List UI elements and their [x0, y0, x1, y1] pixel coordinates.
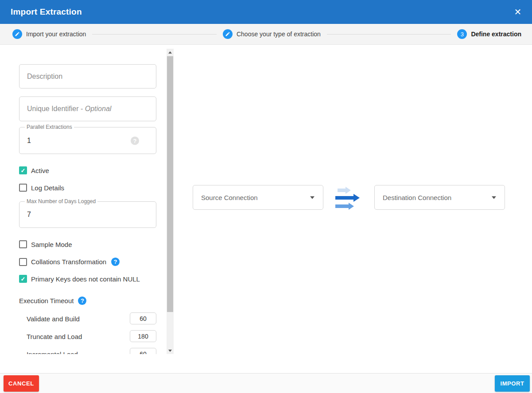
close-icon[interactable]: ✕ — [511, 5, 525, 19]
step-choose-type[interactable]: Choose your type of extraction — [223, 29, 321, 39]
sample-mode-checkbox-row[interactable]: Sample Mode — [19, 240, 72, 248]
step-define-extraction[interactable]: 3 Define extraction — [457, 29, 521, 39]
destination-connection-placeholder: Destination Connection — [383, 194, 451, 201]
checkbox-label: Primary Keys does not contain NULL — [31, 275, 140, 283]
incremental-load-input[interactable] — [130, 348, 156, 354]
dialog-header: Import Extraction ✕ — [0, 0, 532, 24]
incremental-load-label: Incremental Load — [27, 351, 78, 354]
step-import-your-extraction[interactable]: Import your extraction — [12, 29, 86, 39]
step-label: Define extraction — [471, 31, 521, 38]
help-icon[interactable]: ? — [131, 136, 139, 145]
scroll-down-arrow-icon[interactable] — [167, 347, 174, 354]
checkbox-label: Collations Transformation — [31, 258, 106, 266]
settings-form-pane: Description Unique Identifier - Optional… — [0, 49, 174, 354]
edit-pencil-icon — [223, 29, 233, 39]
active-checkbox-row[interactable]: ✓ Active — [19, 166, 49, 174]
help-icon[interactable]: ? — [111, 258, 120, 266]
step-label: Import your extraction — [26, 31, 86, 38]
parallel-extractions-label: Parallel Extractions — [25, 124, 74, 130]
execution-timeout-header: Execution Timeout ? — [19, 297, 86, 305]
help-icon[interactable]: ? — [78, 297, 86, 305]
wizard-stepper: Import your extraction Choose your type … — [0, 24, 532, 45]
log-details-checkbox-row[interactable]: Log Details — [19, 184, 64, 192]
source-connection-placeholder: Source Connection — [201, 194, 258, 201]
execution-timeout-label: Execution Timeout — [19, 297, 74, 304]
scroll-up-arrow-icon[interactable] — [167, 49, 174, 56]
checkbox-unchecked[interactable] — [19, 240, 27, 248]
step-number-badge: 3 — [457, 29, 467, 39]
checkbox-label: Sample Mode — [31, 241, 72, 248]
parallel-extractions-input[interactable] — [27, 137, 116, 145]
dialog-footer: CANCEL IMPORT — [0, 373, 532, 393]
dialog-title: Import Extraction — [11, 7, 511, 17]
max-days-logged-input[interactable] — [27, 211, 116, 219]
checkbox-unchecked[interactable] — [19, 258, 27, 266]
import-button[interactable]: IMPORT — [495, 375, 530, 392]
collations-transformation-checkbox-row[interactable]: Collations Transformation ? — [19, 258, 120, 266]
checkbox-checked[interactable]: ✓ — [19, 166, 27, 174]
primary-keys-checkbox-row[interactable]: ✓ Primary Keys does not contain NULL — [19, 275, 140, 283]
checkbox-label: Active — [31, 167, 49, 174]
unique-identifier-field[interactable]: Unique Identifier - Optional — [19, 96, 156, 121]
checkbox-unchecked[interactable] — [19, 184, 27, 192]
chevron-down-icon — [492, 196, 496, 199]
truncate-and-load-label: Truncate and Load — [27, 333, 82, 340]
truncate-and-load-input[interactable] — [130, 330, 156, 342]
stepper-connector — [92, 34, 217, 35]
max-days-logged-field[interactable]: Max Number of Days Logged — [19, 201, 156, 228]
scrollbar-thumb[interactable] — [167, 56, 173, 312]
vertical-scrollbar[interactable] — [167, 49, 174, 354]
max-days-logged-label: Max Number of Days Logged — [25, 198, 97, 204]
unique-identifier-placeholder: Unique Identifier - Optional — [27, 105, 111, 113]
source-connection-select[interactable]: Source Connection — [193, 185, 323, 210]
description-field[interactable]: Description — [19, 64, 156, 89]
step-label: Choose your type of extraction — [237, 31, 321, 38]
import-extraction-dialog: Import Extraction ✕ Import your extracti… — [0, 0, 532, 393]
validate-and-build-input[interactable] — [130, 312, 156, 324]
checkbox-checked[interactable]: ✓ — [19, 275, 27, 283]
dialog-content: Description Unique Identifier - Optional… — [0, 45, 532, 373]
checkbox-label: Log Details — [31, 184, 64, 192]
chevron-down-icon — [310, 196, 315, 199]
description-placeholder: Description — [27, 73, 62, 81]
destination-connection-select[interactable]: Destination Connection — [374, 185, 505, 210]
stepper-connector — [327, 34, 451, 35]
edit-pencil-icon — [12, 29, 22, 39]
cancel-button[interactable]: CANCEL — [4, 375, 39, 392]
validate-and-build-label: Validate and Build — [27, 315, 80, 323]
parallel-extractions-field[interactable]: Parallel Extractions ? — [19, 127, 156, 154]
transfer-arrows-icon — [335, 184, 364, 212]
